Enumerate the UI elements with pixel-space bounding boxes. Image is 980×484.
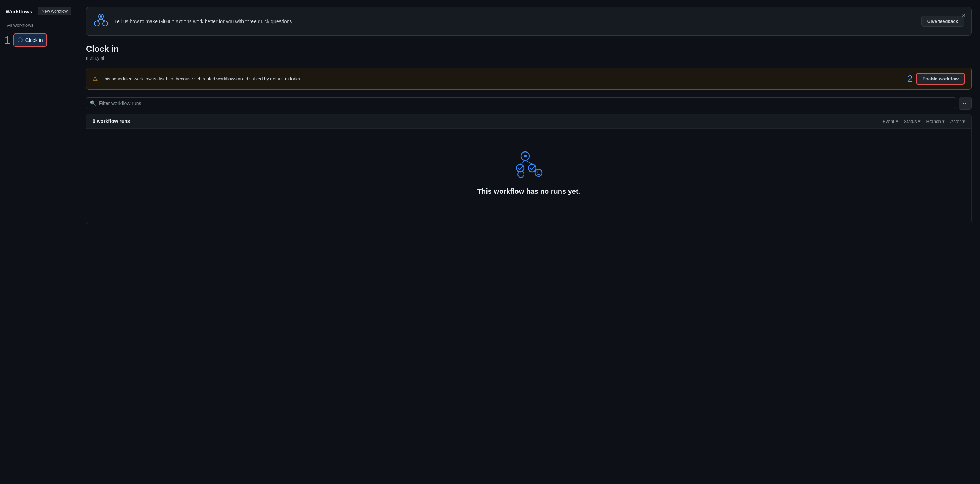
svg-point-5 [100,16,102,18]
close-banner-button[interactable]: × [960,11,967,20]
svg-point-12 [539,171,541,173]
empty-state-title: This workflow has no runs yet. [477,187,580,195]
actor-filter-button[interactable]: Actor ▾ [950,119,965,124]
actions-icon [93,13,109,30]
svg-point-10 [535,169,542,176]
workflow-title: Clock in [86,44,972,54]
warning-banner: ⚠ This scheduled workflow is disabled be… [86,68,972,90]
empty-state-icon [515,150,543,179]
feedback-banner: Tell us how to make GitHub Actions work … [86,7,972,35]
svg-line-14 [520,160,525,164]
step-number-2: 2 [907,73,912,84]
sidebar-item-clock-in[interactable]: ⓘ Clock in [13,34,47,47]
all-workflows-link[interactable]: All workflows [4,21,73,29]
svg-line-15 [525,160,532,164]
branch-chevron-icon: ▾ [942,119,945,124]
runs-table-header: 0 workflow runs Event ▾ Status ▾ Branch … [86,114,971,129]
main-content: Tell us how to make GitHub Actions work … [78,0,980,484]
workflow-item-row-1: 1 ⓘ Clock in [4,34,73,47]
event-chevron-icon: ▾ [896,119,898,124]
status-filter-button[interactable]: Status ▾ [904,119,921,124]
actor-chevron-icon: ▾ [963,119,965,124]
warning-icon: ⚠ [92,75,97,82]
workflow-number-1: 1 [4,35,11,46]
empty-state: This workflow has no runs yet. [86,129,971,224]
status-filter-label: Status [904,119,917,124]
svg-marker-7 [524,154,528,158]
branch-filter-button[interactable]: Branch ▾ [926,119,945,124]
svg-point-9 [528,164,536,172]
new-workflow-button[interactable]: New workflow [38,7,72,16]
svg-point-11 [537,171,538,173]
workflow-subtitle: main.yml [86,55,972,61]
sidebar-header: Workflows New workflow [4,7,73,16]
enable-workflow-button[interactable]: Enable workflow [916,73,965,85]
sidebar-item-label-1: Clock in [25,37,43,43]
runs-count: 0 workflow runs [92,118,130,124]
search-icon: 🔍 [90,101,96,106]
svg-line-3 [97,19,101,21]
workflow-item-icon-1: ⓘ [18,37,22,43]
filter-workflow-runs-input[interactable] [86,97,956,109]
sidebar-title: Workflows [6,8,32,14]
svg-point-1 [94,21,99,26]
more-options-button[interactable]: ··· [959,97,972,110]
actor-filter-label: Actor [950,119,961,124]
filter-row: 🔍 ··· [86,97,972,110]
svg-line-4 [101,19,105,21]
runs-table: 0 workflow runs Event ▾ Status ▾ Branch … [86,114,972,224]
filter-input-wrap: 🔍 [86,97,956,109]
svg-point-8 [516,164,524,172]
feedback-banner-text: Tell us how to make GitHub Actions work … [115,19,916,24]
warning-text: This scheduled workflow is disabled beca… [102,76,903,81]
event-filter-label: Event [883,119,894,124]
warning-btn-row: 2 Enable workflow [907,73,965,85]
event-filter-button[interactable]: Event ▾ [883,119,898,124]
branch-filter-label: Branch [926,119,940,124]
svg-point-2 [103,21,108,26]
status-chevron-icon: ▾ [918,119,921,124]
sidebar: Workflows New workflow All workflows 1 ⓘ… [0,0,78,484]
runs-filters: Event ▾ Status ▾ Branch ▾ Actor ▾ [883,119,965,124]
give-feedback-button[interactable]: Give feedback [921,16,964,27]
